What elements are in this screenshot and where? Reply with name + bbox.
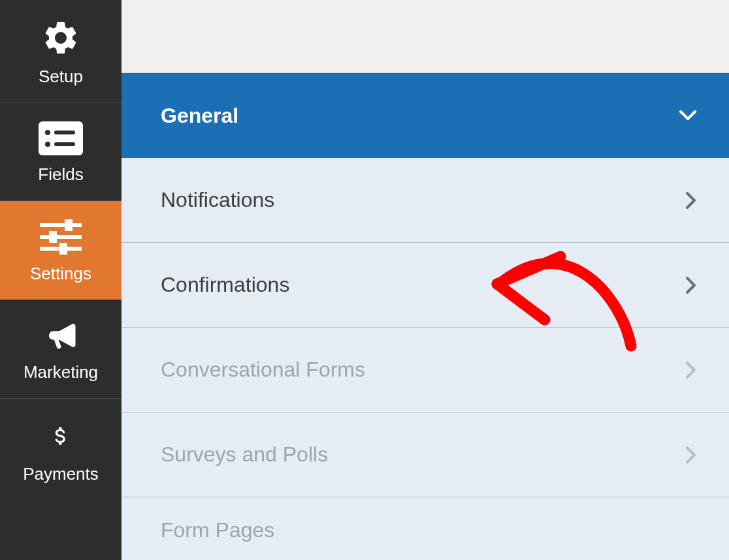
svg-rect-6 xyxy=(65,219,73,231)
sidebar-item-marketing[interactable]: Marketing xyxy=(0,300,122,399)
chevron-right-icon xyxy=(686,192,696,209)
chevron-right-icon xyxy=(686,277,696,294)
sliders-icon xyxy=(40,219,82,255)
settings-item-surveys-polls[interactable]: Surveys and Polls xyxy=(122,412,729,497)
dollar-icon xyxy=(49,417,73,455)
sidebar-item-settings[interactable]: Settings xyxy=(0,201,122,300)
list-icon xyxy=(39,121,83,155)
sidebar-item-label: Settings xyxy=(30,264,91,284)
svg-rect-5 xyxy=(40,223,82,227)
main-content: General Notifications Confirmations xyxy=(122,0,729,560)
topbar xyxy=(122,0,729,73)
settings-item-label: Conversational Forms xyxy=(161,358,365,382)
sidebar: Setup Fields Settings xyxy=(0,0,122,560)
svg-rect-4 xyxy=(54,142,75,146)
chevron-right-icon xyxy=(686,362,696,379)
svg-point-3 xyxy=(45,142,50,147)
svg-rect-0 xyxy=(39,121,83,155)
settings-item-form-pages[interactable]: Form Pages xyxy=(122,497,729,560)
settings-item-label: Notifications xyxy=(161,188,274,212)
settings-item-label: Form Pages xyxy=(161,518,274,542)
svg-rect-2 xyxy=(54,131,75,134)
svg-point-1 xyxy=(45,130,50,135)
svg-rect-7 xyxy=(40,235,82,239)
svg-rect-10 xyxy=(59,243,67,255)
megaphone-icon xyxy=(41,318,80,353)
chevron-right-icon xyxy=(686,446,696,463)
settings-item-confirmations[interactable]: Confirmations xyxy=(122,243,729,328)
sidebar-item-label: Setup xyxy=(39,67,83,87)
chevron-down-icon xyxy=(679,110,696,121)
settings-item-general[interactable]: General xyxy=(122,73,729,158)
settings-item-label: Surveys and Polls xyxy=(161,443,328,467)
sidebar-item-fields[interactable]: Fields xyxy=(0,103,122,201)
gear-icon xyxy=(41,18,80,57)
sidebar-item-label: Payments xyxy=(23,464,99,484)
sidebar-item-label: Marketing xyxy=(24,362,98,382)
settings-item-notifications[interactable]: Notifications xyxy=(122,158,729,243)
sidebar-item-label: Fields xyxy=(38,164,83,185)
settings-item-label: General xyxy=(161,104,238,128)
sidebar-item-setup[interactable]: Setup xyxy=(0,0,122,103)
svg-rect-8 xyxy=(49,231,57,243)
settings-item-conversational-forms[interactable]: Conversational Forms xyxy=(122,328,729,412)
settings-item-label: Confirmations xyxy=(161,273,289,297)
sidebar-item-payments[interactable]: Payments xyxy=(0,399,122,500)
settings-list: General Notifications Confirmations xyxy=(122,73,729,560)
